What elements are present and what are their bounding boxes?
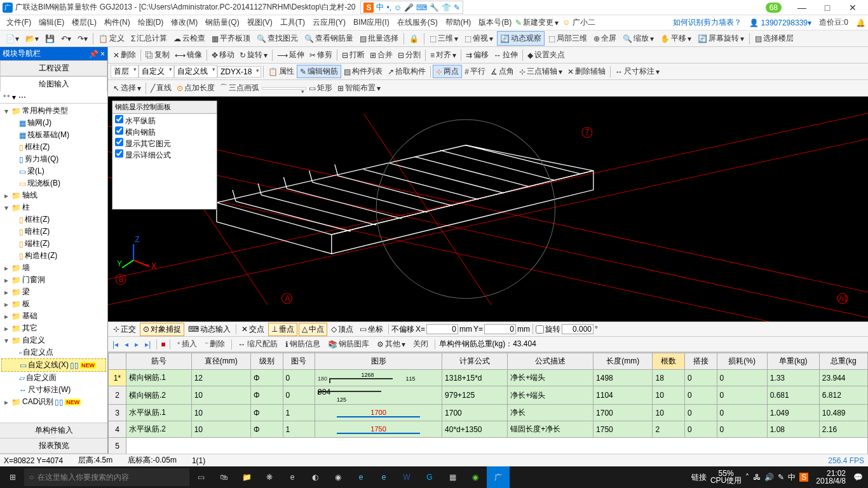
tray-up-icon[interactable]: ˄ xyxy=(745,473,749,482)
explorer-icon[interactable]: 📁 xyxy=(235,466,258,488)
menu-modify[interactable]: 修改(M) xyxy=(167,16,201,29)
define-button[interactable]: 📋 定义 xyxy=(96,32,127,45)
sum-calc-button[interactable]: Σ 汇总计算 xyxy=(128,32,170,45)
delete-aux-button[interactable]: ✕ 删除辅轴 xyxy=(565,65,608,78)
line-tool[interactable]: ╱ 直线 xyxy=(148,81,174,95)
dim-label-button[interactable]: ↔ 尺寸标注▾ xyxy=(613,65,662,78)
select-tool[interactable]: ↖ 选择▾ xyxy=(111,81,144,95)
tray-link[interactable]: 链接 xyxy=(691,472,707,483)
osnap-toggle[interactable]: ⊙ 对象捕捉 xyxy=(140,323,184,336)
start-button[interactable]: ⊞ xyxy=(1,466,24,488)
tray-volume-icon[interactable]: 🔊 xyxy=(764,473,774,482)
lock-button[interactable]: 🔒 xyxy=(407,33,421,44)
chk-other[interactable]: 显示其它图元 xyxy=(115,138,214,149)
trim-button[interactable]: ✂ 修剪 xyxy=(307,48,335,62)
snap-coord[interactable]: ▭ 坐标 xyxy=(357,323,386,336)
delete-button[interactable]: ✕ 删除 xyxy=(111,48,139,62)
menu-help[interactable]: 帮助(H) xyxy=(442,16,475,29)
maximize-button[interactable]: □ xyxy=(815,3,840,13)
nav-tab-draw[interactable]: 绘图输入 xyxy=(0,76,107,92)
menu-tools[interactable]: 工具(T) xyxy=(276,16,309,29)
new-file-button[interactable]: 📄▾ xyxy=(3,33,22,44)
floor-dropdown[interactable]: 首层 xyxy=(111,65,139,78)
rotate-button[interactable]: ↻ 旋转▾ xyxy=(237,48,270,62)
two-point-button[interactable]: ⊹ 两点 xyxy=(433,65,462,78)
type-dropdown[interactable]: 自定义线 xyxy=(174,65,217,78)
screen-rotate-button[interactable]: 🔄 屏幕旋转▾ xyxy=(695,32,747,45)
chk-trans[interactable]: 横向钢筋 xyxy=(115,126,214,138)
align-button[interactable]: ≡ 对齐▾ xyxy=(428,48,459,62)
app-icon-4[interactable]: G xyxy=(418,466,441,488)
tray-pen-icon[interactable]: ✎ xyxy=(778,473,784,482)
3d-viewport[interactable]: X Y Z B A 7 A1 钢筋显示控制面板 水平纵筋 横向钢筋 显示其它图元… xyxy=(108,97,868,322)
menu-online[interactable]: 在线服务(S) xyxy=(393,16,442,29)
view-rebar-button[interactable]: 🔍 查看钢筋量 xyxy=(302,32,356,45)
nav-first[interactable]: |◂ xyxy=(111,340,120,349)
menu-bim[interactable]: BIM应用(I) xyxy=(349,16,393,29)
app-icon-5[interactable]: ▦ xyxy=(441,466,464,488)
split-button[interactable]: ⊟ 分割 xyxy=(395,48,423,62)
open-file-button[interactable]: 📂▾ xyxy=(23,33,41,44)
nav-tools[interactable]: ⁺⁺ ▾ ⋯ xyxy=(0,92,107,104)
menu-draw[interactable]: 绘图(D) xyxy=(134,16,168,29)
smart-layout-tool[interactable]: ⊞ 智能布置▾ xyxy=(335,81,383,95)
3d-view-button[interactable]: ⬚ 三维▾ xyxy=(427,32,461,45)
undo-button[interactable]: ↶▾ xyxy=(58,33,74,44)
minimize-button[interactable]: — xyxy=(789,3,815,13)
redo-button[interactable]: ↷▾ xyxy=(75,33,90,44)
nav-last[interactable]: ▸| xyxy=(143,340,153,349)
nav-report-preview[interactable]: 报表预览 xyxy=(0,438,107,454)
point-length-tool[interactable]: ⊙ 点加长度 xyxy=(174,81,217,95)
current-app-icon[interactable]: 广 xyxy=(487,466,510,488)
ie-icon[interactable]: e xyxy=(349,466,372,488)
menu-edit[interactable]: 编辑(E) xyxy=(35,16,68,29)
notification-badge[interactable]: 68 xyxy=(766,3,782,13)
word-icon[interactable]: W xyxy=(395,466,418,488)
find-graph-button[interactable]: 🔍 查找图元 xyxy=(254,32,301,45)
flat-roof-button[interactable]: ▦ 平齐板顶 xyxy=(209,32,253,45)
delete-row[interactable]: ⁻ 删除 xyxy=(202,338,227,350)
local-3d-button[interactable]: ⬚ 局部三维 xyxy=(546,32,590,45)
rotate-check[interactable] xyxy=(536,325,544,334)
three-arc-tool[interactable]: ⌒ 三点画弧 xyxy=(217,81,262,95)
pick-component-button[interactable]: ↗ 拾取构件 xyxy=(385,65,428,78)
taskbar-search[interactable]: ○ 在这里输入你要搜索的内容 xyxy=(24,468,189,486)
chk-horiz-long[interactable]: 水平纵筋 xyxy=(115,115,214,126)
tray-perf[interactable]: 55%CPU使用 xyxy=(710,470,742,484)
snap-inter[interactable]: ✕ 交点 xyxy=(239,323,267,336)
component-list-button[interactable]: ▤ 构件列表 xyxy=(341,65,385,78)
new-change-button[interactable]: ✎新建变更▾ xyxy=(515,17,559,28)
menu-view[interactable]: 视图(V) xyxy=(243,16,276,29)
app-icon-2[interactable]: ◐ xyxy=(304,466,327,488)
break-button[interactable]: ⊟ 打断 xyxy=(339,48,367,62)
fullscreen-button[interactable]: ⊕ 全屏 xyxy=(591,32,619,45)
move-button[interactable]: ✥ 移动 xyxy=(209,48,237,62)
snap-end[interactable]: ◇ 顶点 xyxy=(329,323,356,336)
rebar-display-panel[interactable]: 钢筋显示控制面板 水平纵筋 横向钢筋 显示其它图元 显示详细公式 xyxy=(112,100,217,210)
rect-tool[interactable]: ▭ 矩形 xyxy=(306,81,335,95)
zoom-button[interactable]: 🔍 缩放▾ xyxy=(620,32,656,45)
category-dropdown[interactable]: 自定义 xyxy=(139,65,174,78)
edit-rebar-button[interactable]: ✎ 编辑钢筋 xyxy=(297,65,341,78)
save-button[interactable]: 💾 xyxy=(43,33,57,44)
code-dropdown[interactable]: ZDYX-18 xyxy=(217,66,261,78)
x-input[interactable] xyxy=(426,324,458,334)
nav-tab-settings[interactable]: 工程设置 xyxy=(0,60,107,76)
app-icon-3[interactable]: ◉ xyxy=(327,466,349,488)
select-floor-button[interactable]: ▤ 选择楼层 xyxy=(752,32,796,45)
nav-prev[interactable]: ◂ xyxy=(123,340,130,349)
rotate-input[interactable] xyxy=(562,324,593,334)
top-view-button[interactable]: ⬚ 俯视▾ xyxy=(462,32,496,45)
insert-row[interactable]: ⁺ 插入 xyxy=(174,338,200,350)
task-view-icon[interactable]: ▭ xyxy=(189,466,212,488)
pan-button[interactable]: ✋ 平移▾ xyxy=(658,32,694,45)
menu-floor[interactable]: 楼层(L) xyxy=(68,16,100,29)
rebar-info[interactable]: ℹ 钢筋信息 xyxy=(283,338,323,350)
coin-balance[interactable]: 造价豆:0 xyxy=(819,17,848,28)
user-account[interactable]: 👤 13907298339▾ xyxy=(749,18,811,27)
rebar-table[interactable]: 筋号 直径(mm) 级别 图号 图形 计算公式 公式描述 长度(mm) 根数 搭… xyxy=(108,352,868,454)
ie-icon-2[interactable]: e xyxy=(372,466,395,488)
menu-file[interactable]: 文件(F) xyxy=(3,16,35,29)
stretch-button[interactable]: ↔ 拉伸 xyxy=(491,48,520,62)
close-rebar[interactable]: 关闭 xyxy=(410,338,431,350)
